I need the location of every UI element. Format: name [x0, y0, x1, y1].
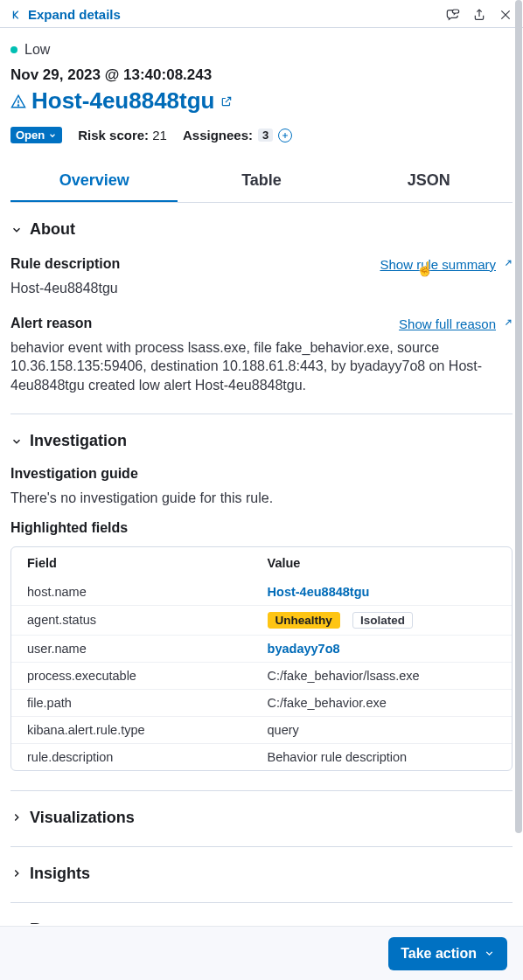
take-action-label: Take action: [401, 946, 477, 962]
field-name: user.name: [11, 635, 252, 662]
divider: [10, 902, 513, 903]
field-value: query: [252, 716, 512, 743]
popout-icon: [501, 259, 513, 270]
section-investigation-title: Investigation: [30, 432, 127, 450]
status-badge-unhealthy: Unhealthy: [268, 612, 340, 629]
section-insights-title: Insights: [30, 865, 90, 883]
alert-title-row: Host-4eu8848tgu: [10, 87, 513, 115]
section-investigation-header[interactable]: Investigation: [10, 432, 513, 450]
field-name: rule.description: [11, 743, 252, 770]
status-badge-label: Open: [16, 129, 45, 142]
field-value-link[interactable]: Host-4eu8848tgu: [268, 585, 370, 599]
assignees: Assignees: 3: [183, 128, 292, 142]
external-link-icon[interactable]: [220, 95, 233, 108]
section-visualizations-header[interactable]: Visualizations: [10, 809, 513, 827]
highlighted-fields-label: Highlighted fields: [10, 520, 513, 536]
investigation-guide-text: There's no investigation guide for this …: [10, 489, 513, 508]
field-name: host.name: [11, 579, 252, 606]
flyout-footer: Take action: [0, 926, 523, 980]
risk-score-value: 21: [152, 128, 167, 142]
severity-label: Low: [24, 42, 50, 58]
close-icon[interactable]: [499, 8, 513, 22]
chat-icon[interactable]: [446, 8, 460, 22]
chevron-down-icon: [484, 948, 495, 959]
table-row: rule.description Behavior rule descripti…: [11, 743, 512, 770]
field-name: process.executable: [11, 662, 252, 689]
tab-json[interactable]: JSON: [345, 163, 513, 202]
field-value-link[interactable]: byadayy7o8: [268, 642, 340, 656]
severity-dot-icon: [10, 46, 17, 53]
table-row: host.name Host-4eu8848tgu: [11, 579, 512, 606]
status-badge[interactable]: Open: [10, 127, 62, 143]
highlighted-fields-table: Field Value host.name Host-4eu8848tgu ag…: [10, 546, 513, 771]
section-about-header[interactable]: About: [10, 220, 513, 239]
expand-details-button[interactable]: Expand details: [10, 7, 121, 22]
collapse-left-icon: [10, 9, 23, 21]
scrollbar-thumb[interactable]: [515, 0, 522, 833]
field-name: file.path: [11, 689, 252, 716]
section-response-header[interactable]: Response: [10, 921, 513, 924]
risk-score: Risk score: 21: [78, 128, 167, 142]
alert-title[interactable]: Host-4eu8848tgu: [31, 87, 215, 115]
alert-reason-label: Alert reason: [10, 316, 92, 331]
chevron-down-icon: [10, 435, 23, 448]
chevron-right-icon: [10, 923, 23, 924]
show-full-reason-link[interactable]: Show full reason: [399, 316, 513, 331]
svg-point-0: [17, 104, 18, 105]
field-value: C:/fake_behavior.exe: [252, 689, 512, 716]
table-row: agent.status Unhealthy Isolated: [11, 605, 512, 635]
section-about-title: About: [30, 220, 75, 239]
flyout-header: Expand details: [0, 0, 523, 28]
divider: [10, 790, 513, 791]
investigation-guide-label: Investigation guide: [10, 466, 513, 482]
alert-reason-text: behavior event with process lsass.exe, f…: [10, 338, 513, 395]
table-row: file.path C:/fake_behavior.exe: [11, 689, 512, 716]
take-action-button[interactable]: Take action: [388, 937, 507, 970]
show-full-reason-text: Show full reason: [399, 316, 496, 331]
show-rule-summary-text: Show rule summary: [380, 257, 496, 272]
field-value: Behavior rule description: [252, 743, 512, 770]
warning-triangle-icon: [10, 94, 26, 109]
share-icon[interactable]: [472, 8, 486, 22]
chevron-down-icon: [10, 224, 23, 236]
tabs: Overview Table JSON: [10, 163, 513, 203]
header-actions: [446, 8, 513, 22]
chevron-right-icon: [10, 811, 23, 824]
severity-row: Low: [10, 42, 513, 58]
section-response-title: Response: [30, 921, 105, 924]
status-badge-isolated: Isolated: [352, 612, 413, 629]
section-insights-header[interactable]: Insights: [10, 865, 513, 883]
rule-description-value: Host-4eu8848tgu: [10, 279, 513, 298]
risk-score-label: Risk score:: [78, 128, 149, 142]
table-row: user.name byadayy7o8: [11, 635, 512, 662]
show-rule-summary-link[interactable]: Show rule summary: [380, 257, 513, 272]
field-name: kibana.alert.rule.type: [11, 716, 252, 743]
field-value: C:/fake_behavior/lsass.exe: [252, 662, 512, 689]
col-field: Field: [11, 547, 252, 579]
table-row: kibana.alert.rule.type query: [11, 716, 512, 743]
expand-details-label: Expand details: [28, 7, 121, 22]
table-row: process.executable C:/fake_behavior/lsas…: [11, 662, 512, 689]
add-assignee-button[interactable]: [278, 129, 292, 142]
plus-icon: [281, 131, 289, 140]
flyout-body: Low Nov 29, 2023 @ 13:40:08.243 Host-4eu…: [0, 28, 523, 924]
chevron-down-icon: [48, 131, 57, 140]
col-value: Value: [252, 547, 512, 579]
popout-icon: [501, 318, 513, 330]
rule-description-label: Rule description: [10, 256, 120, 272]
chevron-right-icon: [10, 867, 23, 879]
tab-table[interactable]: Table: [178, 163, 345, 202]
divider: [10, 414, 513, 414]
alert-meta-row: Open Risk score: 21 Assignees: 3: [10, 127, 513, 143]
field-name: agent.status: [11, 605, 252, 635]
divider: [10, 846, 513, 847]
section-visualizations-title: Visualizations: [30, 809, 135, 827]
assignees-label: Assignees:: [183, 128, 253, 142]
scrollbar[interactable]: [514, 0, 523, 926]
tab-overview[interactable]: Overview: [10, 163, 178, 202]
alert-timestamp: Nov 29, 2023 @ 13:40:08.243: [10, 66, 513, 84]
assignees-count: 3: [258, 129, 273, 142]
